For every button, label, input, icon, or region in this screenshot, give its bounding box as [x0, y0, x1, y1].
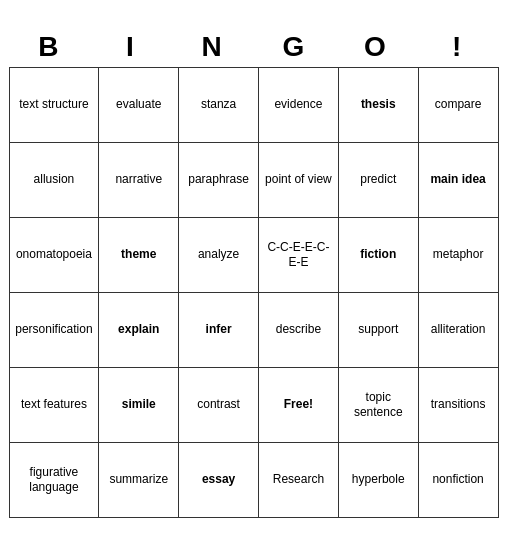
- cell-1-3: point of view: [258, 142, 338, 217]
- cell-3-1: explain: [99, 292, 179, 367]
- cell-5-2: essay: [179, 442, 259, 517]
- cell-3-2: infer: [179, 292, 259, 367]
- cell-1-4: predict: [338, 142, 418, 217]
- cell-0-5: compare: [418, 67, 498, 142]
- cell-1-0: allusion: [9, 142, 99, 217]
- cell-2-5: metaphor: [418, 217, 498, 292]
- bingo-card: BINGO! text structureevaluatestanzaevide…: [9, 27, 499, 518]
- cell-2-3: C-C-E-E-C-E-E: [258, 217, 338, 292]
- cell-2-4: fiction: [338, 217, 418, 292]
- cell-2-2: analyze: [179, 217, 259, 292]
- cell-2-1: theme: [99, 217, 179, 292]
- cell-1-1: narrative: [99, 142, 179, 217]
- cell-0-1: evaluate: [99, 67, 179, 142]
- cell-5-1: summarize: [99, 442, 179, 517]
- cell-4-1: simile: [99, 367, 179, 442]
- title-letter-0: B: [12, 31, 87, 63]
- cell-5-4: hyperbole: [338, 442, 418, 517]
- cell-4-2: contrast: [179, 367, 259, 442]
- cell-0-0: text structure: [9, 67, 99, 142]
- title-letter-3: G: [257, 31, 332, 63]
- cell-3-0: personification: [9, 292, 99, 367]
- cell-4-3: Free!: [258, 367, 338, 442]
- title-letter-4: O: [338, 31, 413, 63]
- bingo-grid: text structureevaluatestanzaevidencethes…: [9, 67, 499, 518]
- cell-2-0: onomatopoeia: [9, 217, 99, 292]
- cell-4-5: transitions: [418, 367, 498, 442]
- cell-3-3: describe: [258, 292, 338, 367]
- cell-1-2: paraphrase: [179, 142, 259, 217]
- cell-5-0: figurative language: [9, 442, 99, 517]
- cell-3-5: alliteration: [418, 292, 498, 367]
- cell-5-5: nonfiction: [418, 442, 498, 517]
- cell-0-4: thesis: [338, 67, 418, 142]
- cell-3-4: support: [338, 292, 418, 367]
- title-letter-2: N: [175, 31, 250, 63]
- title-letter-1: I: [93, 31, 168, 63]
- cell-0-2: stanza: [179, 67, 259, 142]
- title-letter-5: !: [420, 31, 495, 63]
- cell-4-0: text features: [9, 367, 99, 442]
- cell-5-3: Research: [258, 442, 338, 517]
- cell-1-5: main idea: [418, 142, 498, 217]
- cell-0-3: evidence: [258, 67, 338, 142]
- cell-4-4: topic sentence: [338, 367, 418, 442]
- bingo-title: BINGO!: [9, 27, 499, 67]
